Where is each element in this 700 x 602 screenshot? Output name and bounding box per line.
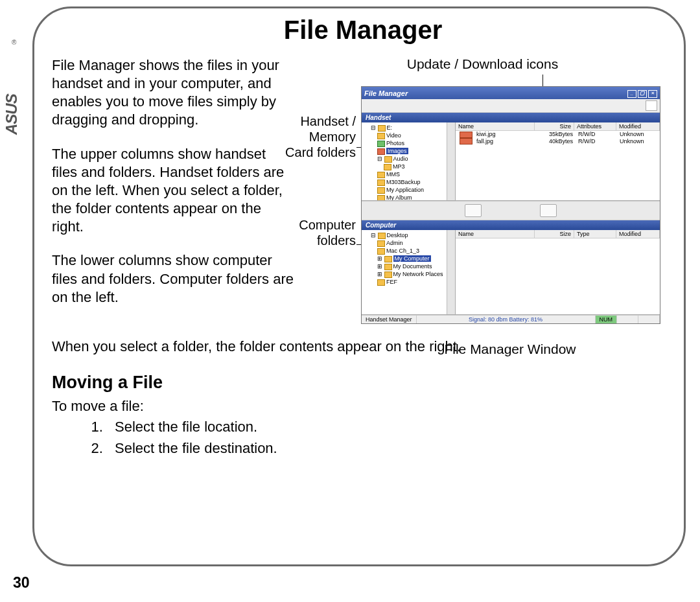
page-title: File Manager	[52, 16, 674, 45]
toolbar-icon	[646, 100, 657, 111]
section-bar-handset: Handset	[362, 113, 660, 122]
col-modified: Modified	[616, 122, 660, 130]
tree-item: Desktop	[387, 232, 408, 238]
tree-item: My Network Places	[393, 271, 443, 277]
intro-paragraph-1: File Manager shows the files in your han…	[52, 56, 295, 130]
tree-item: My Album	[386, 194, 412, 200]
tree-item: My Application	[386, 187, 424, 193]
transfer-bar	[362, 201, 660, 220]
section-bar-computer: Computer	[362, 220, 660, 230]
status-bar: Handset Manager Signal: 80 dbm Battery: …	[362, 315, 660, 323]
callout-update-download: Update / Download icons	[303, 56, 662, 72]
status-num: NUM	[596, 316, 618, 323]
tree-item: Mac Ch_1_3	[386, 248, 419, 254]
download-icon	[540, 204, 557, 217]
tree-root: E:	[387, 124, 393, 131]
col-size: Size	[535, 122, 574, 130]
figure-area: Update / Download icons Handset / Memory…	[303, 56, 662, 72]
intro-paragraph-3: The lower columns show computer files an…	[52, 251, 295, 306]
window-titlebar: File Manager _▢×	[362, 87, 660, 99]
window-title-text: File Manager	[364, 89, 408, 97]
steps-list: Select the file location. Select the fil…	[52, 417, 674, 459]
step-item: Select the file destination.	[107, 439, 674, 459]
col-size: Size	[535, 230, 574, 238]
col-name: Name	[456, 122, 535, 130]
section-heading: Moving a File	[52, 373, 674, 393]
tree-item: MMS	[386, 171, 400, 178]
status-left: Handset Manager	[362, 316, 417, 323]
callout-handset-folders: Handset / Memory Card folders	[285, 113, 356, 160]
col-modified: Modified	[616, 230, 660, 238]
file-manager-window-mock: File Manager _▢× Handset ⊟ E: Video	[361, 86, 660, 324]
tree-item: My Documents	[393, 263, 432, 270]
col-attributes: Attributes	[574, 122, 616, 130]
registered-mark: ®	[12, 39, 16, 46]
tree-item: M303Backup	[386, 179, 421, 185]
window-toolbar	[362, 99, 660, 113]
move-intro: To move a file:	[52, 398, 674, 415]
col-type: Type	[574, 230, 616, 238]
tree-item: Video	[386, 132, 401, 139]
handset-file-list: Name Size Attributes Modified kiwi.jpg 3…	[456, 122, 660, 200]
tree-item: Admin	[386, 240, 403, 246]
tree-item-selected: My Computer	[393, 255, 431, 262]
callout-computer-folders: Computer folders	[285, 217, 356, 248]
description-column: File Manager shows the files in your han…	[52, 56, 295, 322]
status-signal: Signal: 80 dbm Battery: 81%	[417, 316, 596, 323]
tree-item: FEF	[386, 279, 397, 285]
brand-logo: ASUS	[3, 51, 21, 135]
col-name: Name	[456, 230, 535, 238]
computer-file-list: Name Size Type Modified	[456, 230, 660, 314]
tree-scrollbar	[447, 122, 455, 200]
tree-item: MP3	[393, 163, 405, 170]
step-item: Select the file location.	[107, 417, 674, 437]
tree-item: Photos	[386, 140, 404, 146]
tree-item-selected: Images	[386, 148, 408, 154]
file-row: kiwi.jpg 35kBytes R/W/D Unknown	[456, 131, 660, 138]
intro-paragraph-2: The upper columns show handset files and…	[52, 145, 295, 237]
page-number: 30	[13, 574, 30, 592]
upload-icon	[465, 204, 482, 217]
window-buttons: _▢×	[626, 88, 657, 98]
handset-tree: ⊟ E: Video Photos Images ⊟ Audio MP3	[362, 122, 456, 200]
computer-tree: ⊟ Desktop Admin Mac Ch_1_3 ⊞ My Computer…	[362, 230, 456, 314]
tree-item: Audio	[393, 156, 408, 162]
tree-scrollbar	[447, 230, 455, 314]
file-row: fall.jpg 40kBytes R/W/D Unknown	[456, 138, 660, 145]
figure-caption: File Manager Window	[361, 342, 659, 357]
